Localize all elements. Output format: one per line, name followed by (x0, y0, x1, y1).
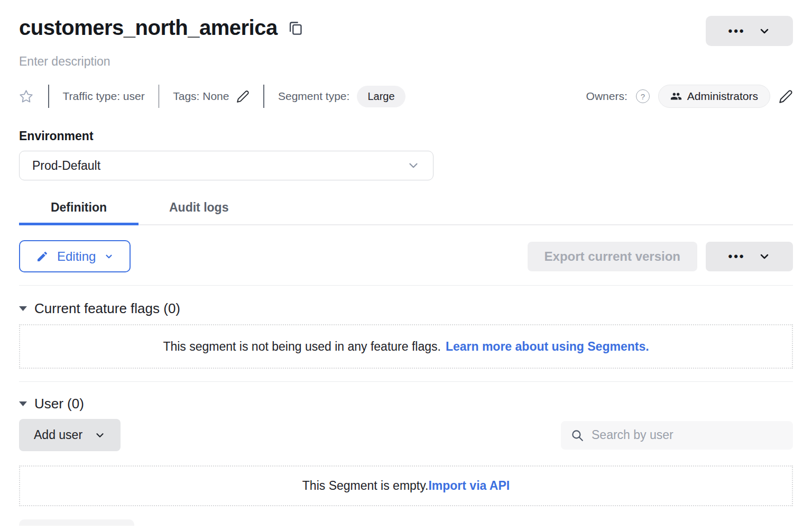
tab-bar: Definition Audit logs (19, 200, 793, 225)
chevron-down-icon (407, 159, 420, 172)
feature-flags-section-header[interactable]: Current feature flags (0) (19, 300, 793, 317)
user-actions-row: Add user (19, 419, 793, 451)
page-title: customers_north_america (19, 16, 278, 40)
divider (159, 85, 160, 108)
cutoff-button-partial[interactable] (19, 519, 134, 526)
owners-value: Administrators (687, 90, 758, 103)
import-via-api-link[interactable]: Import via API (428, 479, 510, 493)
segment-empty-text: This Segment is empty. (302, 479, 429, 493)
search-icon (570, 428, 584, 442)
chevron-down-icon (758, 25, 771, 38)
collapse-triangle-icon (19, 306, 27, 312)
segment-type-item: Segment type: Large (278, 86, 405, 107)
tags-item: Tags: None (173, 90, 250, 103)
divider (19, 285, 793, 286)
tab-definition[interactable]: Definition (19, 200, 139, 224)
learn-more-segments-link[interactable]: Learn more about using Segments. (446, 340, 649, 354)
editing-label: Editing (57, 249, 96, 264)
user-empty-state: This Segment is empty. Import via API (19, 465, 793, 506)
segment-type-badge: Large (357, 86, 405, 107)
help-icon[interactable]: ? (636, 89, 650, 103)
owners-label: Owners: (586, 90, 628, 103)
chevron-down-icon (104, 252, 114, 261)
header-more-menu-button[interactable]: ••• (706, 16, 793, 46)
tags-label: Tags: None (173, 90, 229, 103)
user-section: User (0) Add user This Segment is empty. (19, 396, 793, 526)
add-user-button[interactable]: Add user (19, 419, 121, 451)
owners-badge[interactable]: Administrators (658, 85, 770, 108)
people-icon (670, 90, 682, 102)
feature-flags-empty-text: This segment is not being used in any fe… (163, 340, 440, 354)
chevron-down-icon (758, 250, 771, 263)
edit-owners-pencil-icon[interactable] (779, 89, 793, 104)
description-placeholder[interactable]: Enter description (19, 54, 793, 69)
environment-select[interactable]: Prod-Default (19, 151, 433, 180)
environment-selected-value: Prod-Default (32, 159, 100, 173)
add-user-label: Add user (34, 428, 82, 442)
search-by-user-input[interactable] (592, 428, 783, 442)
user-search-box (561, 421, 793, 450)
edit-tags-pencil-icon[interactable] (236, 90, 250, 103)
user-section-header[interactable]: User (0) (19, 396, 793, 412)
chevron-down-icon (94, 430, 106, 441)
divider (263, 85, 264, 108)
collapse-triangle-icon (19, 401, 27, 407)
environment-label: Environment (19, 129, 793, 143)
editing-mode-button[interactable]: Editing (19, 240, 131, 272)
segment-detail-page: customers_north_america ••• Enter descri… (0, 0, 812, 526)
pencil-icon (36, 250, 49, 263)
feature-flags-section-title: Current feature flags (0) (34, 300, 180, 317)
user-section-title: User (0) (34, 396, 84, 412)
ellipsis-icon: ••• (728, 25, 745, 37)
tab-audit-logs[interactable]: Audit logs (169, 200, 228, 224)
feature-flags-empty-state: This segment is not being used in any fe… (19, 324, 793, 369)
toolbar-more-menu-button[interactable]: ••• (706, 242, 793, 271)
export-current-version-button[interactable]: Export current version (528, 242, 697, 271)
divider (48, 85, 49, 108)
ellipsis-icon: ••• (728, 251, 745, 262)
definition-toolbar: Editing Export current version ••• (19, 240, 793, 272)
meta-row: Traffic type: user Tags: None Segment ty… (19, 85, 793, 108)
page-header: customers_north_america ••• (19, 0, 793, 46)
segment-type-label: Segment type: (278, 90, 349, 103)
traffic-type-label: Traffic type: user (63, 90, 145, 103)
copy-icon[interactable] (288, 20, 303, 36)
divider (19, 381, 793, 382)
favorite-star-icon[interactable] (19, 89, 34, 104)
feature-flags-section: Current feature flags (0) This segment i… (19, 300, 793, 369)
